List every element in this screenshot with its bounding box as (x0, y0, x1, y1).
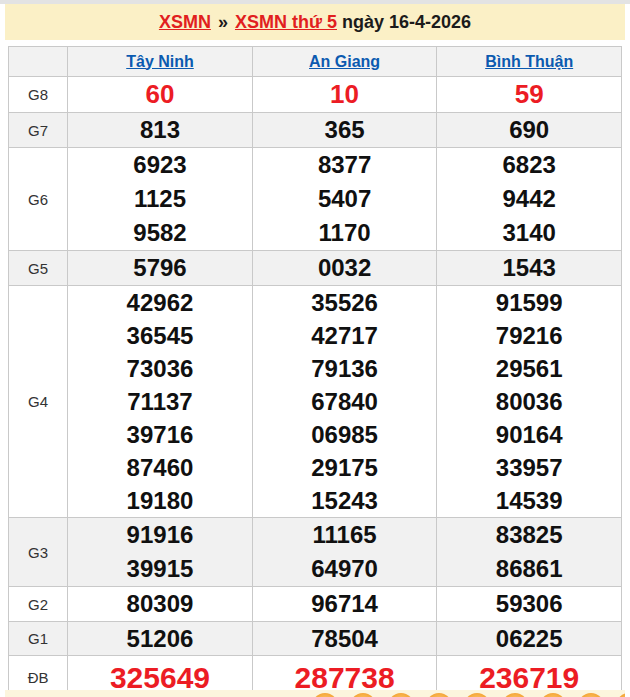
result-number: 5407 (253, 182, 437, 216)
prize-row-g8: G8 60 10 59 (9, 77, 622, 113)
prize-row-g4: G4 42962 36545 73036 71137 39716 87460 1… (9, 286, 622, 518)
an-giang-link[interactable]: An Giang (309, 53, 380, 70)
result-number: 39915 (68, 552, 252, 586)
result-number: 83825 (437, 518, 621, 552)
result-cell: 813 (68, 113, 253, 148)
result-cell: 11165 64970 (252, 518, 437, 587)
result-cell: 1543 (437, 251, 622, 286)
result-number: 59306 (437, 587, 621, 621)
column-header-binh-thuan: Bình Thuận (437, 47, 622, 77)
result-number: 3140 (437, 216, 621, 250)
result-number: 78504 (253, 622, 437, 655)
prize-row-g3: G3 91916 39915 11165 64970 83825 86861 (9, 518, 622, 587)
lottery-ball-icon (502, 693, 528, 697)
prize-row-g2: G2 80309 96714 59306 (9, 587, 622, 622)
result-number: 79216 (437, 319, 621, 352)
result-number: 11165 (253, 518, 437, 552)
result-number: 1543 (437, 251, 621, 285)
result-number: 67840 (253, 385, 437, 418)
result-number: 365 (253, 113, 437, 147)
prize-label-g5: G5 (9, 251, 68, 286)
prize-label-g2: G2 (9, 587, 68, 622)
column-header-tay-ninh: Tây Ninh (68, 47, 253, 77)
results-table-container: Tây Ninh An Giang Bình Thuận G8 60 10 59… (8, 46, 622, 697)
result-number: 14539 (437, 484, 621, 517)
corner-cell (9, 47, 68, 77)
result-cell: 10 (252, 77, 437, 113)
result-number: 6923 (68, 148, 252, 182)
prize-label-g3: G3 (9, 518, 68, 587)
result-number: 29561 (437, 352, 621, 385)
result-number: 96714 (253, 587, 437, 621)
prize-label-g7: G7 (9, 113, 68, 148)
result-number: 06225 (437, 622, 621, 655)
prize-label-g4: G4 (9, 286, 68, 518)
result-cell: 6823 9442 3140 (437, 148, 622, 251)
result-cell: 91599 79216 29561 80036 90164 33957 1453… (437, 286, 622, 518)
result-cell: 59306 (437, 587, 622, 622)
result-number: 33957 (437, 451, 621, 484)
xsmn-weekday-link[interactable]: XSMN thứ 5 (235, 12, 337, 32)
result-cell: 51206 (68, 622, 253, 656)
result-number: 5796 (68, 251, 252, 285)
lottery-ball-icon (464, 693, 490, 697)
result-cell: 6923 1125 9582 (68, 148, 253, 251)
result-number: 15243 (253, 484, 437, 517)
next-section-strip (5, 690, 625, 697)
result-number: 71137 (68, 385, 252, 418)
result-number: 0032 (253, 251, 437, 285)
binh-thuan-link[interactable]: Bình Thuận (485, 53, 573, 70)
result-cell: 35526 42717 79136 67840 06985 29175 1524… (252, 286, 437, 518)
prize-label-g8: G8 (9, 77, 68, 113)
result-number: 60 (68, 77, 252, 112)
result-number: 35526 (253, 286, 437, 319)
result-number: 91599 (437, 286, 621, 319)
tay-ninh-link[interactable]: Tây Ninh (126, 53, 194, 70)
lottery-ball-icon (350, 693, 376, 697)
result-cell: 91916 39915 (68, 518, 253, 587)
prize-row-g1: G1 51206 78504 06225 (9, 622, 622, 656)
result-cell: 690 (437, 113, 622, 148)
draw-date-text: ngày 16-4-2026 (342, 12, 471, 32)
result-number: 79136 (253, 352, 437, 385)
result-cell: 5796 (68, 251, 253, 286)
results-title: XSMN » XSMN thứ 5 ngày 16-4-2026 (5, 4, 625, 40)
result-number: 91916 (68, 518, 252, 552)
result-number: 80036 (437, 385, 621, 418)
result-number: 690 (437, 113, 621, 147)
prize-label-g1: G1 (9, 622, 68, 656)
result-number: 9582 (68, 216, 252, 250)
column-header-row: Tây Ninh An Giang Bình Thuận (9, 47, 622, 77)
result-number: 1125 (68, 182, 252, 216)
result-cell: 06225 (437, 622, 622, 656)
results-table: Tây Ninh An Giang Bình Thuận G8 60 10 59… (8, 46, 622, 697)
result-number: 64970 (253, 552, 437, 586)
column-header-an-giang: An Giang (252, 47, 437, 77)
result-cell: 365 (252, 113, 437, 148)
lottery-ball-icon (426, 693, 452, 697)
result-number: 87460 (68, 451, 252, 484)
xsmn-results-page: { "title": { "link1": "XSMN", "separator… (0, 0, 630, 697)
result-number: 39716 (68, 418, 252, 451)
result-number: 29175 (253, 451, 437, 484)
result-number: 36545 (68, 319, 252, 352)
result-cell: 96714 (252, 587, 437, 622)
result-number: 73036 (68, 352, 252, 385)
result-cell: 78504 (252, 622, 437, 656)
result-number: 6823 (437, 148, 621, 182)
result-number: 8377 (253, 148, 437, 182)
lottery-ball-icon (616, 693, 625, 697)
result-number: 59 (437, 77, 621, 112)
result-number: 19180 (68, 484, 252, 517)
result-number: 1170 (253, 216, 437, 250)
prize-row-g7: G7 813 365 690 (9, 113, 622, 148)
result-number: 51206 (68, 622, 252, 655)
lottery-ball-icon (540, 693, 566, 697)
xsmn-link[interactable]: XSMN (159, 12, 211, 32)
result-number: 42962 (68, 286, 252, 319)
result-number: 06985 (253, 418, 437, 451)
result-cell: 59 (437, 77, 622, 113)
result-cell: 8377 5407 1170 (252, 148, 437, 251)
result-cell: 83825 86861 (437, 518, 622, 587)
prize-row-g5: G5 5796 0032 1543 (9, 251, 622, 286)
